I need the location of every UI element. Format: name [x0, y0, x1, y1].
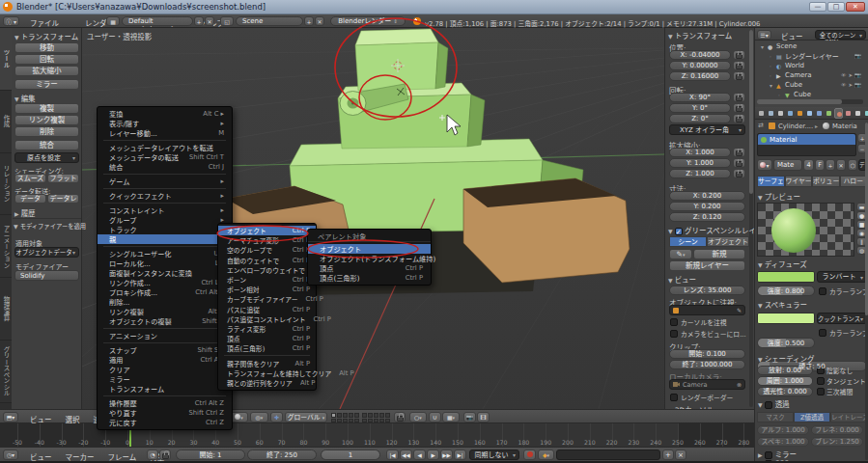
menu-item[interactable]: トランスフォーム▸: [98, 384, 232, 394]
insert-keyframe-button[interactable]: +: [662, 449, 674, 460]
menu-マーカー[interactable]: マーカー: [59, 451, 101, 462]
layers-widget[interactable]: [362, 413, 390, 422]
camera-to-view-checkbox[interactable]: [670, 330, 678, 338]
menu-item[interactable]: カーブモディファイアーCtrl P: [218, 294, 316, 304]
menu-item[interactable]: オブジェクト: [308, 244, 431, 254]
modifiers-tab-icon[interactable]: [815, 108, 824, 119]
menu-item[interactable]: 面複製インスタンスに変換: [98, 268, 232, 278]
duplicate-linked-button[interactable]: リンク複製: [14, 115, 79, 125]
lens-field[interactable]: レンズ: 35.000: [669, 286, 745, 295]
minimize-button[interactable]: —: [809, 2, 826, 12]
menu-item[interactable]: ラティス変形Ctrl P: [218, 324, 316, 334]
diffuse-ramp-checkbox[interactable]: [819, 287, 826, 295]
panel-grease-pencil-header[interactable]: ▼✓ グリースペンシルレイ: [668, 225, 754, 235]
frame-lock-toggle[interactable]: [159, 449, 171, 460]
current-frame-field[interactable]: 1: [321, 449, 380, 460]
outliner-row[interactable]: ·▼Cube: [757, 90, 861, 99]
panel-diffuse-header[interactable]: ▼ディフューズ: [758, 259, 807, 269]
menu-item[interactable]: パスに追従Ctrl P: [218, 305, 316, 314]
outliner-row[interactable]: ·◐World: [757, 61, 861, 70]
translate-button[interactable]: 移動: [14, 42, 79, 53]
menu-ビュー[interactable]: ビュー: [774, 31, 810, 41]
menu-item[interactable]: 操作履歴Ctrl Alt Z: [98, 398, 232, 408]
transparency-tab-Z値透過[interactable]: Z値透過: [794, 412, 830, 422]
constraints-tab-icon[interactable]: [805, 108, 814, 119]
close-button[interactable]: ✕: [846, 2, 865, 12]
lock-scale-y-icon[interactable]: [733, 158, 745, 168]
rotation-z[interactable]: Z: 0°: [669, 114, 731, 123]
prev-keyframe-button[interactable]: ◀◀: [400, 449, 412, 460]
menu-item[interactable]: オブジェクト(トランスフォーム維持): [308, 254, 431, 263]
lock-location-y-icon[interactable]: [733, 61, 745, 70]
diffuse-color-swatch[interactable]: [757, 271, 815, 283]
lock-to-scene-toggle[interactable]: [394, 412, 406, 422]
menu-item[interactable]: オブジェクトCtrl P: [218, 226, 316, 235]
cursor-toggle-icon[interactable]: ➤: [849, 72, 854, 78]
shade-flat-button[interactable]: フラット: [47, 174, 79, 183]
layer-cell[interactable]: [385, 419, 390, 423]
lock-rotation-z-icon[interactable]: [733, 114, 745, 123]
breadcrumb-object[interactable]: Cylinder....: [778, 123, 813, 130]
lock-rotation-x-icon[interactable]: [733, 93, 745, 102]
menu-item[interactable]: 元に戻すCtrl Z: [98, 418, 232, 427]
transparency-tab-レイトレース[interactable]: レイトレース: [830, 412, 867, 422]
menu-item[interactable]: オブジェクトの複製Shift D: [98, 316, 232, 326]
outliner-item-label[interactable]: Cube: [785, 81, 802, 89]
editor-type-icon[interactable]: ⓘ ▾: [3, 16, 19, 26]
mirror-checkbox[interactable]: [765, 451, 772, 459]
menu-item[interactable]: 親との逆行列をクリアAlt P: [218, 378, 316, 388]
menu-item[interactable]: トランスフォームを維持してクリアAlt P: [218, 368, 316, 378]
manipulator-toggle[interactable]: ✛: [270, 412, 283, 422]
menu-item[interactable]: コンストレイント▸: [98, 205, 232, 215]
shading-field[interactable]: 周囲: 1.000: [757, 376, 813, 386]
specular-shader-select[interactable]: クックトランス▾: [817, 313, 867, 324]
panel-edit-header[interactable]: ▼編集: [14, 93, 36, 103]
panel-transform-header[interactable]: ▼トランスフォーム: [668, 30, 732, 41]
users-count-button[interactable]: 4: [803, 159, 814, 171]
menu-item[interactable]: 表示/隠す▸: [98, 119, 232, 128]
play-button[interactable]: ▶: [427, 449, 439, 460]
proportional-edit-select[interactable]: ○▾: [409, 412, 427, 422]
location-z[interactable]: Z: 0.16000: [669, 71, 731, 81]
panel-preview-header[interactable]: ▼プレビュー: [758, 191, 800, 202]
specular-ramp-checkbox[interactable]: [819, 329, 826, 337]
shelf-tab-グリースペンシル[interactable]: グリースペンシル: [0, 340, 12, 403]
local-camera-field[interactable]: Camera⊗: [669, 379, 745, 390]
layer-cell[interactable]: [385, 413, 390, 418]
new-material-button[interactable]: +: [826, 159, 835, 171]
outliner-item-label[interactable]: Camera: [785, 71, 811, 79]
menu-item[interactable]: グループ▸: [98, 215, 232, 225]
texture-tab-icon[interactable]: [844, 108, 853, 119]
menu-item[interactable]: 頂点Ctrl P: [308, 263, 431, 273]
auto-keyframe-button[interactable]: [523, 449, 536, 460]
material-type-tab-ワイヤー[interactable]: ワイヤー: [785, 176, 813, 187]
menu-item[interactable]: 空のグループでCtrl P: [218, 245, 316, 255]
npanel-scrollbar[interactable]: [749, 30, 753, 407]
scene-tab-icon[interactable]: [776, 108, 785, 119]
menu-ビュー[interactable]: ビュー: [23, 414, 59, 424]
material-tab-icon[interactable]: [834, 108, 843, 119]
menu-item[interactable]: リンク複製Alt D: [98, 307, 232, 316]
transfer-data-button[interactable]: データ: [14, 194, 46, 204]
outliner-item-label[interactable]: Cube: [794, 91, 811, 98]
screen-layout-icon[interactable]: ▦: [106, 16, 120, 26]
menu-選択[interactable]: 選択: [59, 414, 87, 424]
editor-type-icon[interactable]: ☰▾: [757, 30, 771, 40]
screen-layout-field[interactable]: Default: [122, 16, 193, 26]
shading-checkbox[interactable]: [817, 377, 825, 385]
disclosure-icon[interactable]: ·: [778, 92, 785, 98]
lock-location-z-icon[interactable]: [733, 71, 745, 81]
render-engine-select[interactable]: Blenderレンダー ⇕: [330, 16, 406, 26]
gp-object-tab[interactable]: オブジェクト: [707, 236, 749, 247]
shade-smooth-button[interactable]: スムーズ: [14, 174, 46, 183]
layer-cell[interactable]: [331, 419, 336, 423]
shading-checkbox[interactable]: [817, 388, 825, 395]
menu-item[interactable]: 頂点Ctrl P: [218, 334, 316, 343]
panel-history-header[interactable]: ▶履歴: [14, 207, 36, 218]
gp-checkbox[interactable]: ✓: [675, 228, 683, 235]
panel-apply-modifier-header[interactable]: ▼モディファイアーを適用: [14, 222, 86, 231]
keying-mode-select[interactable]: ◆▾: [538, 449, 554, 460]
delete-button[interactable]: 削除: [14, 126, 79, 137]
menu-item[interactable]: メッシュデータの転送Shift Ctrl T: [98, 152, 232, 162]
join-button[interactable]: 統合: [14, 140, 79, 150]
